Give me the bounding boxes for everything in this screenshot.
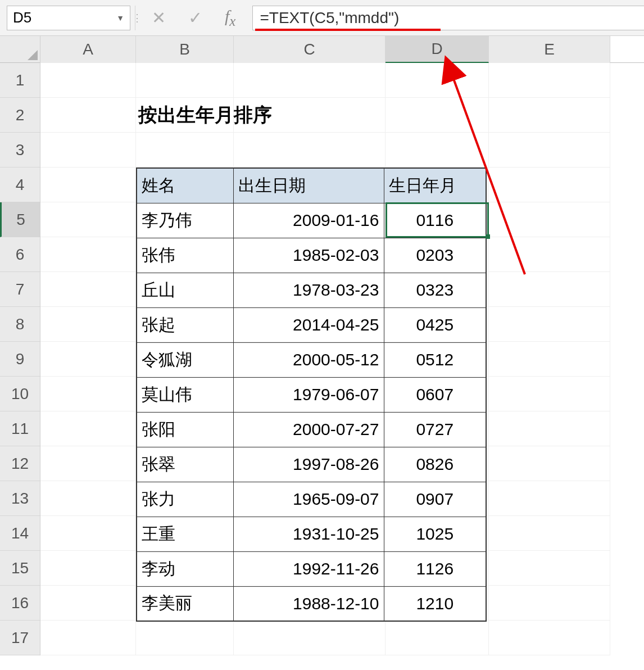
- formula-input[interactable]: =TEXT(C5,"mmdd"): [252, 6, 644, 30]
- col-header-C[interactable]: C: [234, 36, 386, 63]
- col-header-E[interactable]: E: [489, 36, 610, 63]
- cell-name[interactable]: 王重: [137, 517, 233, 551]
- cell[interactable]: [489, 237, 610, 272]
- row-header-9[interactable]: 9: [0, 342, 40, 377]
- cells-area[interactable]: 按出生年月排序 姓名 出生日期 生日年月 李乃伟2009-01-160116张伟…: [40, 63, 644, 655]
- cell[interactable]: [40, 63, 136, 98]
- cell[interactable]: [489, 446, 610, 481]
- cell-mmdd[interactable]: 1126: [384, 551, 486, 586]
- cell[interactable]: [489, 586, 610, 621]
- cell-mmdd[interactable]: 0907: [384, 482, 486, 517]
- cell[interactable]: [489, 202, 610, 237]
- cell-dob[interactable]: 1997-08-26: [233, 447, 384, 482]
- name-box[interactable]: D5 ▼: [7, 6, 130, 30]
- cell[interactable]: [489, 133, 610, 168]
- cell[interactable]: [489, 411, 610, 446]
- cell-dob[interactable]: 1992-11-26: [233, 551, 384, 586]
- cell[interactable]: [489, 307, 610, 342]
- header-name[interactable]: 姓名: [137, 168, 233, 203]
- col-header-B[interactable]: B: [136, 36, 234, 63]
- row-header-13[interactable]: 13: [0, 481, 40, 516]
- cell[interactable]: [489, 481, 610, 516]
- cell-dob[interactable]: 1978-03-23: [233, 273, 384, 307]
- col-header-A[interactable]: A: [40, 36, 136, 63]
- cell[interactable]: [40, 133, 136, 168]
- cell[interactable]: [489, 342, 610, 377]
- cell-name[interactable]: 李乃伟: [137, 203, 233, 238]
- cell-mmdd[interactable]: 0425: [384, 307, 486, 342]
- cell-mmdd[interactable]: 1210: [384, 586, 486, 621]
- cell-mmdd[interactable]: 0826: [384, 447, 486, 482]
- cell[interactable]: [489, 98, 610, 133]
- cell-dob[interactable]: 1985-02-03: [233, 238, 384, 273]
- cell-mmdd[interactable]: 0512: [384, 342, 486, 377]
- cell[interactable]: [234, 63, 386, 98]
- row-header-8[interactable]: 8: [0, 307, 40, 342]
- name-box-dropdown-icon[interactable]: ▼: [116, 13, 124, 22]
- cell-dob[interactable]: 2000-07-27: [233, 412, 384, 447]
- cell-dob[interactable]: 2009-01-16: [233, 203, 384, 238]
- cell-dob[interactable]: 1979-06-07: [233, 377, 384, 412]
- cell-dob[interactable]: 2000-05-12: [233, 342, 384, 377]
- cell[interactable]: [40, 342, 136, 377]
- cell[interactable]: [489, 168, 610, 202]
- cell[interactable]: [40, 377, 136, 411]
- cell-mmdd[interactable]: 0116: [384, 203, 486, 238]
- row-header-11[interactable]: 11: [0, 411, 40, 446]
- cell-name[interactable]: 李动: [137, 551, 233, 586]
- cell[interactable]: [386, 63, 489, 98]
- cell-dob[interactable]: 1931-10-25: [233, 517, 384, 551]
- row-header-6[interactable]: 6: [0, 237, 40, 272]
- cell[interactable]: [234, 133, 386, 168]
- cell[interactable]: [40, 168, 136, 202]
- enter-icon[interactable]: ✓: [188, 8, 202, 28]
- cell[interactable]: [489, 377, 610, 411]
- row-header-7[interactable]: 7: [0, 272, 40, 307]
- cell[interactable]: [40, 446, 136, 481]
- row-header-12[interactable]: 12: [0, 446, 40, 481]
- row-header-14[interactable]: 14: [0, 516, 40, 551]
- cell[interactable]: [386, 621, 489, 655]
- cell[interactable]: [40, 516, 136, 551]
- cell-name[interactable]: 张伟: [137, 238, 233, 273]
- cell[interactable]: [136, 621, 234, 655]
- cell-name[interactable]: 令狐湖: [137, 342, 233, 377]
- cell-name[interactable]: 丘山: [137, 273, 233, 307]
- cell[interactable]: [40, 98, 136, 133]
- cell[interactable]: [40, 307, 136, 342]
- cell-dob[interactable]: 1965-09-07: [233, 482, 384, 517]
- cell-name[interactable]: 李美丽: [137, 586, 233, 621]
- cell[interactable]: [40, 202, 136, 237]
- cell[interactable]: [40, 411, 136, 446]
- row-header-2[interactable]: 2: [0, 98, 40, 133]
- row-header-3[interactable]: 3: [0, 133, 40, 168]
- cell-mmdd[interactable]: 0203: [384, 238, 486, 273]
- col-header-D[interactable]: D: [386, 36, 489, 63]
- cancel-icon[interactable]: ✕: [152, 8, 166, 28]
- cell-dob[interactable]: 2014-04-25: [233, 307, 384, 342]
- cell[interactable]: [489, 551, 610, 586]
- cell[interactable]: [489, 621, 610, 655]
- cell[interactable]: [40, 237, 136, 272]
- cell-name[interactable]: 张力: [137, 482, 233, 517]
- cell[interactable]: [136, 133, 234, 168]
- cell-mmdd[interactable]: 0323: [384, 273, 486, 307]
- row-header-17[interactable]: 17: [0, 621, 40, 655]
- row-header-10[interactable]: 10: [0, 377, 40, 411]
- select-all-corner[interactable]: [0, 36, 40, 63]
- cell-name[interactable]: 张阳: [137, 412, 233, 447]
- cell[interactable]: [40, 272, 136, 307]
- row-header-4[interactable]: 4: [0, 168, 40, 202]
- row-header-16[interactable]: 16: [0, 586, 40, 621]
- header-mmdd[interactable]: 生日年月: [384, 168, 486, 203]
- cell[interactable]: [489, 63, 610, 98]
- cell[interactable]: [386, 133, 489, 168]
- cell[interactable]: [489, 516, 610, 551]
- cell-mmdd[interactable]: 0727: [384, 412, 486, 447]
- cell-dob[interactable]: 1988-12-10: [233, 586, 384, 621]
- cell[interactable]: [40, 481, 136, 516]
- cell[interactable]: [40, 586, 136, 621]
- header-dob[interactable]: 出生日期: [233, 168, 384, 203]
- cell[interactable]: [234, 621, 386, 655]
- cell[interactable]: [489, 272, 610, 307]
